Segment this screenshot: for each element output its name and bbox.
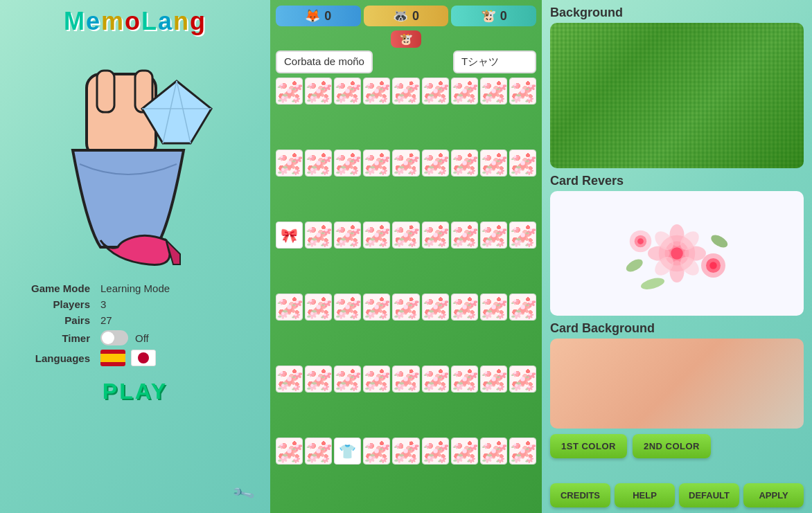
card[interactable] <box>276 294 303 321</box>
card[interactable] <box>334 150 361 177</box>
svg-point-1230 <box>423 388 427 390</box>
card-back-pattern <box>276 366 302 392</box>
card[interactable] <box>363 294 390 321</box>
card[interactable] <box>422 78 449 105</box>
svg-point-1116 <box>321 388 324 390</box>
card[interactable] <box>451 438 478 465</box>
card[interactable] <box>305 222 332 249</box>
card[interactable] <box>334 78 361 105</box>
card[interactable] <box>480 150 507 177</box>
svg-point-606 <box>350 244 353 246</box>
card[interactable] <box>334 366 361 393</box>
card[interactable] <box>392 150 419 177</box>
card[interactable] <box>509 294 536 321</box>
svg-point-653 <box>412 228 416 232</box>
card[interactable] <box>480 222 507 249</box>
background-preview[interactable] <box>550 23 804 168</box>
svg-point-318 <box>307 159 310 160</box>
svg-point-767 <box>513 227 516 230</box>
default-button[interactable]: DEFAULT <box>679 483 739 507</box>
svg-point-47 <box>310 83 312 86</box>
card[interactable] <box>509 150 536 177</box>
svg-point-756 <box>496 244 499 246</box>
play-button[interactable]: PLAY <box>103 379 168 404</box>
card[interactable] <box>451 222 478 249</box>
card[interactable] <box>305 294 332 321</box>
score-center: 🐮 <box>276 30 536 48</box>
card[interactable] <box>451 150 478 177</box>
card[interactable] <box>363 366 390 393</box>
card-back-pattern <box>335 150 360 176</box>
card[interactable] <box>451 294 478 321</box>
card[interactable] <box>422 222 449 249</box>
svg-point-263 <box>529 84 532 88</box>
svg-point-1181 <box>404 377 408 381</box>
card[interactable] <box>392 438 419 465</box>
card-bg-preview[interactable] <box>550 339 804 429</box>
card-revers-preview[interactable] <box>550 191 804 316</box>
card[interactable] <box>305 438 332 465</box>
card-revers-label: Card Revers <box>550 174 804 188</box>
flag-japan[interactable] <box>131 350 156 366</box>
svg-point-750 <box>482 244 486 246</box>
card[interactable] <box>422 366 449 393</box>
card-revers-section: Card Revers <box>550 174 804 316</box>
svg-point-1560 <box>511 460 515 462</box>
svg-point-689 <box>427 240 431 244</box>
card[interactable] <box>305 78 332 105</box>
svg-point-809 <box>281 312 285 316</box>
card[interactable] <box>392 222 419 249</box>
card[interactable] <box>451 366 478 393</box>
svg-point-1385 <box>324 458 326 460</box>
settings-icon[interactable]: 🔧 <box>231 481 256 506</box>
svg-point-1559 <box>515 456 518 460</box>
score-value-3: 0 <box>500 9 507 24</box>
help-button[interactable]: HELP <box>615 483 675 507</box>
card[interactable]: 🎀 <box>276 222 303 249</box>
card[interactable] <box>480 294 507 321</box>
svg-point-906 <box>379 316 382 318</box>
card[interactable] <box>392 294 419 321</box>
card[interactable] <box>422 294 449 321</box>
svg-point-1457 <box>426 443 429 446</box>
card[interactable] <box>276 366 303 393</box>
card[interactable] <box>305 366 332 393</box>
card[interactable] <box>276 438 303 465</box>
card[interactable]: 👕 <box>334 438 361 465</box>
card[interactable] <box>422 438 449 465</box>
svg-point-1265 <box>470 386 473 388</box>
svg-point-647 <box>397 227 400 230</box>
card-back-pattern <box>423 294 448 320</box>
card[interactable] <box>480 78 507 105</box>
svg-point-743 <box>500 228 503 232</box>
card[interactable] <box>363 438 390 465</box>
card[interactable] <box>334 294 361 321</box>
svg-point-815 <box>294 314 297 316</box>
card[interactable] <box>509 366 536 393</box>
timer-toggle[interactable] <box>100 330 128 345</box>
card[interactable] <box>392 78 419 105</box>
card[interactable] <box>363 222 390 249</box>
card[interactable] <box>509 78 536 105</box>
card[interactable] <box>276 150 303 177</box>
card[interactable] <box>276 78 303 105</box>
card[interactable] <box>480 366 507 393</box>
card[interactable] <box>334 222 361 249</box>
apply-button[interactable]: APPLY <box>743 483 804 507</box>
card[interactable] <box>363 78 390 105</box>
card[interactable] <box>451 78 478 105</box>
card[interactable] <box>509 222 536 249</box>
svg-point-1325 <box>528 386 531 388</box>
card[interactable] <box>422 150 449 177</box>
flag-spain[interactable] <box>100 350 125 366</box>
card[interactable] <box>392 366 419 393</box>
card[interactable] <box>363 150 390 177</box>
first-color-button[interactable]: 1ST COLOR <box>550 434 627 458</box>
second-color-button[interactable]: 2ND COLOR <box>633 434 711 458</box>
card[interactable] <box>305 150 332 177</box>
card[interactable] <box>480 438 507 465</box>
svg-point-990 <box>453 316 457 318</box>
svg-point-257 <box>513 83 516 86</box>
card[interactable] <box>509 438 536 465</box>
credits-button[interactable]: CREDITS <box>550 483 610 507</box>
